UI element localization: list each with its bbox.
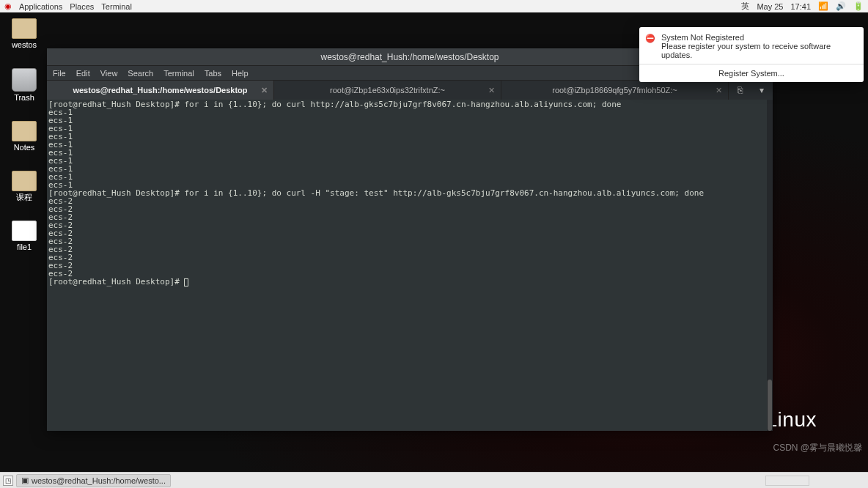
menu-terminal[interactable]: Terminal [163, 69, 194, 78]
tab-label: root@iZbp18669qfg5y7fmloh50Z:~ [552, 86, 677, 95]
show-desktop-button[interactable]: ◳ [3, 476, 13, 486]
notification-action-button[interactable]: Register System... [639, 64, 864, 82]
desktop-icons: westos Trash Notes 课程 file1 [6, 18, 43, 251]
notification-popup: ⛔ System Not Registered Please register … [639, 27, 864, 82]
file-icon [12, 221, 37, 241]
folder-icon [12, 121, 37, 141]
folder-icon [12, 171, 37, 191]
tab-label: root@iZbp1e63x0ips32trifxtnZ:~ [330, 86, 445, 95]
terminal-title: westos@redhat_Hush:/home/westos/Desktop [321, 52, 499, 62]
desktop-icon-label: file1 [17, 243, 32, 251]
tab-close-icon[interactable]: ✕ [716, 86, 722, 95]
bottom-taskbar: ◳ ▣ westos@redhat_Hush:/home/westo... [0, 472, 868, 488]
clock-date[interactable]: May 25 [757, 2, 783, 11]
taskbar-item-label: westos@redhat_Hush:/home/westo... [32, 476, 166, 485]
desktop-icon-label: Notes [14, 144, 35, 152]
desktop-icon-label: westos [12, 41, 37, 49]
desktop-icon-label: 课程 [16, 193, 32, 202]
terminal-small-icon: ▣ [21, 476, 29, 485]
terminal-tabbar: westos@redhat_Hush:/home/westos/Desktop … [47, 81, 773, 100]
menu-edit[interactable]: Edit [76, 69, 90, 78]
tab-new-icon[interactable]: ⎘ [729, 81, 751, 100]
menu-tabs[interactable]: Tabs [205, 69, 221, 78]
trash-icon [12, 68, 37, 92]
menu-view[interactable]: View [100, 69, 118, 78]
menu-help[interactable]: Help [232, 69, 249, 78]
desktop-background: westos Trash Notes 课程 file1 Enterprise L… [0, 12, 868, 472]
tab-dropdown-icon[interactable]: ▾ [751, 81, 773, 100]
terminal-scrollbar[interactable] [767, 100, 773, 431]
terminal-tab-2[interactable]: root@iZbp1e63x0ips32trifxtnZ:~ ✕ [274, 81, 501, 100]
clock-time[interactable]: 17:41 [790, 2, 811, 11]
menu-file[interactable]: File [53, 69, 66, 78]
menu-search[interactable]: Search [128, 69, 153, 78]
menu-applications[interactable]: Applications [19, 2, 62, 11]
menu-terminal[interactable]: Terminal [101, 2, 132, 11]
terminal-window: westos@redhat_Hush:/home/westos/Desktop … [47, 48, 773, 431]
watermark-text: CSDN @雾与晨曦悦馨 [773, 442, 862, 454]
ime-indicator[interactable]: 英 [741, 1, 749, 12]
volume-icon[interactable]: 🔊 [836, 1, 846, 11]
redhat-logo-icon: ◉ [4, 1, 12, 11]
watermark-box [765, 476, 809, 486]
desktop-icon-course[interactable]: 课程 [6, 171, 43, 202]
terminal-tab-1[interactable]: westos@redhat_Hush:/home/westos/Desktop … [47, 81, 274, 100]
notification-status-icon: ⛔ [645, 34, 655, 43]
gnome-topbar: ◉ Applications Places Terminal 英 May 25 … [0, 0, 868, 12]
network-icon[interactable]: 📶 [818, 1, 828, 11]
tab-close-icon[interactable]: ✕ [488, 86, 495, 95]
taskbar-item-terminal[interactable]: ▣ westos@redhat_Hush:/home/westo... [16, 474, 171, 487]
terminal-body[interactable]: [root@redhat_Hush Desktop]# for i in {1.… [47, 100, 773, 431]
desktop-icon-trash[interactable]: Trash [6, 68, 43, 102]
tab-label: westos@redhat_Hush:/home/westos/Desktop [73, 86, 247, 95]
menu-places[interactable]: Places [70, 2, 94, 11]
desktop-icon-westos[interactable]: westos [6, 18, 43, 49]
battery-icon[interactable]: 🔋 [853, 1, 864, 11]
folder-icon [12, 18, 37, 39]
terminal-tab-3[interactable]: root@iZbp18669qfg5y7fmloh50Z:~ ✕ [501, 81, 729, 100]
notification-title: System Not Registered [661, 33, 856, 42]
desktop-icon-notes[interactable]: Notes [6, 121, 43, 152]
tab-close-icon[interactable]: ✕ [261, 86, 268, 95]
desktop-icon-file1[interactable]: file1 [6, 221, 43, 251]
notification-body: Please register your system to receive s… [661, 42, 856, 59]
desktop-icon-label: Trash [14, 94, 34, 102]
